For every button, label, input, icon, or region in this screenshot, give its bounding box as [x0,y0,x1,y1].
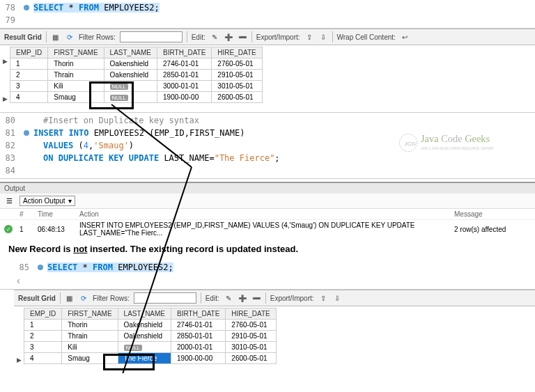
output-mode-icon[interactable]: ☰ [4,196,14,206]
result-table[interactable]: EMP_ID FIRST_NAME LAST_NAME BIRTH_DATE H… [10,47,263,103]
result-grid-label: Result Grid [18,295,56,302]
table-row[interactable]: 2ThrainOakenshield2850-01-012910-05-01 [10,70,263,81]
import-icon[interactable]: ⇩ [318,32,328,42]
result-grid-top: ▶ ▶ EMP_ID FIRST_NAME LAST_NAME BIRTH_DA… [0,45,535,112]
expimp-label: Export/Import: [256,33,300,41]
status-ok-icon: ✓ [4,225,13,233]
table-row[interactable]: 4SmaugThe Fierce1900-00-002600-05-01 [24,353,277,364]
output-title: Output [0,183,535,194]
edit-label: Edit: [206,295,219,302]
line-85[interactable]: 85 SELECT * FROM EMPLOYEES2; [14,261,535,274]
import-icon[interactable]: ⇩ [332,293,342,303]
breakpoint-dot[interactable] [38,265,43,270]
col-firstname[interactable]: FIRST_NAME [62,308,118,320]
export-icon[interactable]: ⇪ [304,32,314,42]
table-row[interactable]: 3KiliNULL3000-01-013010-05-01 [10,81,263,92]
line-84[interactable]: 84 [0,164,535,177]
col-empid[interactable]: EMP_ID [24,308,62,320]
table-row[interactable]: 1ThorinOakenshield2746-01-012760-05-01 [10,58,263,70]
code-text[interactable]: SELECT * FROM EMPLOYEES2; [33,3,160,13]
svg-text:JAVA 2 JAVA DEVELOPERS RESOURC: JAVA 2 JAVA DEVELOPERS RESOURCE CENTER [421,147,494,150]
result-grid-bottom: ▶ EMP_ID FIRST_NAME LAST_NAME BIRTH_DATE… [14,306,535,373]
code-text[interactable]: INSERT INTO EMPLOYEES2 (EMP_ID,FIRST_NAM… [33,128,245,138]
result-toolbar-top: Result Grid ▦ ⟳ Filter Rows: Edit: ✎ ➕ ➖… [0,29,535,45]
add-row-icon[interactable]: ➕ [224,32,233,42]
breakpoint-dot[interactable] [24,130,29,136]
result-grid-label: Result Grid [4,33,42,41]
row-pointer-icon: ▶ [17,356,22,363]
col-birthdate[interactable]: BIRTH_DATE [157,47,212,58]
col-birthdate[interactable]: BIRTH_DATE [171,308,226,320]
col-num: # [20,210,31,218]
col-lastname[interactable]: LAST_NAME [104,47,157,58]
javacodegeeks-logo: JCG Java Code Geeks JAVA 2 JAVA DEVELOPE… [396,125,521,160]
table-row[interactable]: 4SmaugNULL1900-00-002600-05-01 [10,92,263,103]
output-panel: Output ☰ Action Output ▾ # Time Action M… [0,182,535,238]
edit-icon[interactable]: ✎ [210,32,219,42]
svg-text:JCG: JCG [405,141,416,147]
output-row[interactable]: ✓ 1 06:48:13 INSERT INTO EMPLOYEES2 (EMP… [0,220,535,238]
null-badge: NULL [124,345,142,351]
chevron-down-icon: ▾ [68,197,72,205]
filter-input[interactable] [120,31,183,42]
line-number: 78 [0,3,21,13]
row-pointer-icon: ▶ [3,95,8,102]
grid-icon[interactable]: ▦ [65,293,75,303]
table-row[interactable]: 2ThrainOakenshield2850-01-012910-05-01 [24,331,277,342]
line-number: 79 [0,15,21,25]
export-icon[interactable]: ⇪ [318,293,328,303]
col-lastname[interactable]: LAST_NAME [118,308,171,320]
annotation-text: New Record is not inserted. The existing… [0,238,535,260]
result-table[interactable]: EMP_ID FIRST_NAME LAST_NAME BIRTH_DATE H… [24,308,277,364]
output-message: 2 row(s) affected [454,226,531,233]
table-header-row: EMP_ID FIRST_NAME LAST_NAME BIRTH_DATE H… [10,47,263,58]
output-action: INSERT INTO EMPLOYEES2 (EMP_ID,FIRST_NAM… [79,221,447,237]
output-time: 06:48:13 [38,226,72,233]
sql-editor-top[interactable]: 78 SELECT * FROM EMPLOYEES2; 79 [0,0,535,29]
output-rownum: 1 [20,226,31,233]
output-mode-dropdown[interactable]: Action Output ▾ [20,196,75,206]
delete-row-icon[interactable]: ➖ [238,32,247,42]
code-text[interactable]: ON DUPLICATE KEY UPDATE LAST_NAME="The F… [33,153,280,163]
breakpoint-dot[interactable] [24,5,29,10]
svg-text:Java Code Geeks: Java Code Geeks [421,133,490,144]
col-hiredate[interactable]: HIRE_DATE [226,308,276,320]
edit-label: Edit: [192,33,206,41]
delete-row-icon[interactable]: ➖ [251,293,261,303]
null-badge: NULL [110,84,128,90]
updated-cell[interactable]: The Fierce [118,353,171,364]
table-header-row: EMP_ID FIRST_NAME LAST_NAME BIRTH_DATE H… [24,308,277,320]
refresh-icon[interactable]: ⟳ [79,293,88,303]
refresh-icon[interactable]: ⟳ [65,32,75,42]
collapse-marker[interactable]: ‹ [14,274,535,288]
code-text[interactable]: SELECT * FROM EMPLOYEES2; [47,262,173,272]
filter-label: Filter Rows: [79,33,116,41]
col-action: Action [79,210,447,218]
expimp-label: Export/Import: [270,295,314,302]
filter-input[interactable] [134,292,196,304]
result-toolbar-bottom: Result Grid ▦ ⟳ Filter Rows: Edit: ✎ ➕ ➖… [14,290,535,306]
edit-icon[interactable]: ✎ [224,293,233,303]
sql-editor-bottom[interactable]: 85 SELECT * FROM EMPLOYEES2; ‹ [0,260,535,290]
col-firstname[interactable]: FIRST_NAME [48,47,104,58]
wrap-label: Wrap Cell Content: [337,33,396,41]
grid-icon[interactable]: ▦ [51,32,61,42]
wrap-icon[interactable]: ↩ [400,32,410,42]
col-empid[interactable]: EMP_ID [10,47,48,58]
null-badge: NULL [110,95,128,101]
row-pointer-icon: ▶ [3,58,8,65]
table-row[interactable]: 3KiliNULL2000-01-013010-05-01 [24,342,277,353]
table-row[interactable]: 1ThorinOakenshield2746-01-012760-05-01 [24,320,277,331]
line-78[interactable]: 78 SELECT * FROM EMPLOYEES2; [0,1,535,14]
col-time: Time [38,210,72,218]
filter-label: Filter Rows: [93,295,130,302]
col-message: Message [454,210,531,218]
col-hiredate[interactable]: HIRE_DATE [212,47,262,58]
line-79[interactable]: 79 [0,14,535,26]
code-comment[interactable]: #Insert on Duplicate key syntax [33,116,199,125]
add-row-icon[interactable]: ➕ [238,293,247,303]
code-text[interactable]: VALUES (4,'Smaug') [33,141,134,150]
